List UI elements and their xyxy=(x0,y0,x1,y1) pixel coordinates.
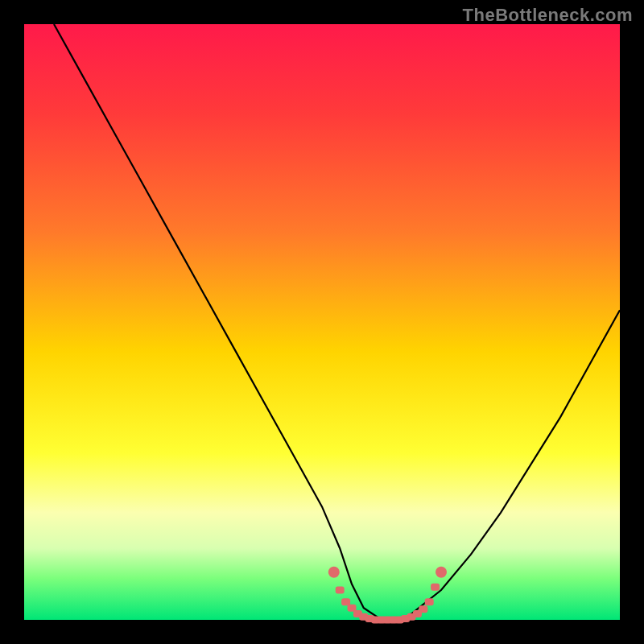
bottleneck-chart xyxy=(0,0,644,644)
watermark-text: TheBottleneck.com xyxy=(463,5,633,26)
marker-dot xyxy=(425,598,434,605)
marker-dot xyxy=(336,587,345,594)
gradient-background xyxy=(24,24,620,620)
chart-container: TheBottleneck.com xyxy=(0,0,644,644)
marker-end-dot xyxy=(436,567,447,578)
marker-end-dot xyxy=(328,567,340,578)
marker-dot xyxy=(419,605,427,613)
marker-dot xyxy=(431,584,440,591)
